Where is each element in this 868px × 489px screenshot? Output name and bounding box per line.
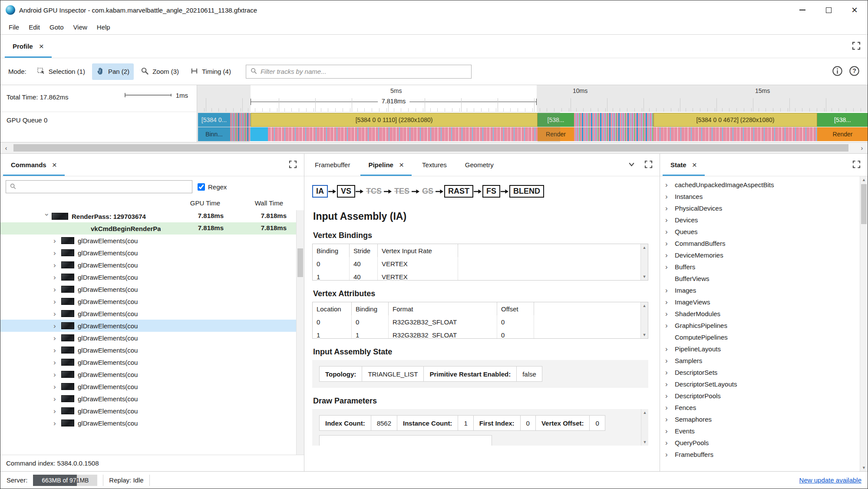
table-row[interactable]: 140VERTEX xyxy=(313,270,640,281)
commands-vscrollbar[interactable] xyxy=(296,210,304,455)
fullscreen-icon[interactable] xyxy=(644,160,653,170)
mode-pan-button[interactable]: Pan (2) xyxy=(92,63,134,80)
scroll-down-icon[interactable]: ▼ xyxy=(860,466,868,470)
tree-chevron-icon[interactable]: › xyxy=(53,347,61,354)
state-item-instances[interactable]: ›Instances xyxy=(660,191,868,202)
scroll-up-icon[interactable]: ▲ xyxy=(860,178,868,182)
tab-commands[interactable]: Commands × xyxy=(3,154,65,176)
command-row[interactable]: ›glDrawElements(cou xyxy=(0,405,304,417)
tab-geometry[interactable]: Geometry xyxy=(457,154,502,176)
tree-chevron-icon[interactable]: › xyxy=(53,371,61,378)
tree-chevron-icon[interactable]: › xyxy=(665,193,675,200)
table-row[interactable]: 00R32G32B32_SFLOAT0 xyxy=(313,315,640,328)
tab-pipeline[interactable]: Pipeline× xyxy=(360,154,412,176)
state-item-imageviews[interactable]: ›ImageViews xyxy=(660,296,868,308)
command-row[interactable]: ›glDrawElements(cou xyxy=(0,247,304,259)
tree-chevron-icon[interactable]: › xyxy=(53,286,61,293)
state-item-images[interactable]: ›Images xyxy=(660,284,868,296)
menu-help[interactable]: Help xyxy=(92,23,115,31)
filter-tracks-input[interactable] xyxy=(261,68,467,75)
menu-file[interactable]: File xyxy=(4,23,24,31)
stage-gs[interactable]: GS xyxy=(420,186,435,197)
tree-chevron-icon[interactable]: › xyxy=(665,228,675,235)
mode-zoom-button[interactable]: Zoom (3) xyxy=(136,63,183,80)
state-item-querypools[interactable]: ›QueryPools xyxy=(660,437,868,449)
tree-chevron-icon[interactable]: › xyxy=(44,213,51,219)
state-item-events[interactable]: ›Events xyxy=(660,425,868,437)
state-item-samplers[interactable]: ›Samplers xyxy=(660,355,868,367)
tree-chevron-icon[interactable]: › xyxy=(665,240,675,247)
state-item-descriptorsets[interactable]: ›DescriptorSets xyxy=(660,367,868,378)
tab-close-icon[interactable]: × xyxy=(692,161,697,169)
commands-search-input[interactable] xyxy=(19,183,188,191)
tree-chevron-icon[interactable]: › xyxy=(53,407,61,415)
tree-chevron-icon[interactable]: › xyxy=(665,310,675,317)
state-item-bufferviews[interactable]: BufferViews xyxy=(660,273,868,284)
timeline-ruler[interactable]: 7.818ms 5ms10ms15ms xyxy=(197,85,868,112)
tree-chevron-icon[interactable]: › xyxy=(665,439,675,446)
scroll-left-icon[interactable]: ‹ xyxy=(0,142,12,153)
gpu-slice[interactable]: [538...Render xyxy=(817,113,868,141)
command-row[interactable]: ›glDrawElements(cou xyxy=(0,235,304,247)
tree-chevron-icon[interactable]: › xyxy=(53,383,61,390)
mode-timing-button[interactable]: Timing (4) xyxy=(186,63,235,80)
menu-edit[interactable]: Edit xyxy=(24,23,45,31)
tree-chevron-icon[interactable]: › xyxy=(665,251,675,259)
command-row[interactable]: ›glDrawElements(cou xyxy=(0,320,304,332)
command-row[interactable]: ›glDrawElements(cou xyxy=(0,307,304,320)
state-item-computepipelines[interactable]: ComputePipelines xyxy=(660,331,868,343)
info-icon[interactable] xyxy=(832,66,843,78)
tree-chevron-icon[interactable]: › xyxy=(53,274,61,281)
tree-chevron-icon[interactable]: › xyxy=(53,310,61,317)
scroll-up-icon[interactable]: ▲ xyxy=(641,410,648,415)
tree-chevron-icon[interactable]: › xyxy=(665,263,675,271)
tree-chevron-icon[interactable]: › xyxy=(665,298,675,306)
gpu-slice[interactable] xyxy=(574,113,653,141)
minimize-button[interactable] xyxy=(789,0,815,20)
menu-goto[interactable]: Goto xyxy=(45,23,69,31)
state-item-queues[interactable]: ›Queues xyxy=(660,226,868,238)
stage-rast[interactable]: RAST xyxy=(444,185,473,198)
table-vscrollbar[interactable]: ▲ ▼ xyxy=(640,244,648,280)
hscroll-track[interactable] xyxy=(12,142,856,153)
tree-chevron-icon[interactable]: › xyxy=(665,380,675,388)
gpu-slice[interactable]: [5384 0 0 1110] (2280x1080) xyxy=(251,113,538,141)
command-row[interactable]: ›glDrawElements(cou xyxy=(0,393,304,405)
state-vscrollbar[interactable]: ▲ ▼ xyxy=(860,176,868,471)
state-item-framebuffers[interactable]: ›Framebuffers xyxy=(660,449,868,460)
tab-framebuffer[interactable]: Framebuffer xyxy=(307,154,358,176)
fullscreen-icon[interactable] xyxy=(289,160,297,170)
tree-chevron-icon[interactable]: › xyxy=(665,451,675,458)
command-row[interactable]: ›glDrawElements(cou xyxy=(0,417,304,429)
tree-chevron-icon[interactable]: › xyxy=(665,345,675,353)
regex-checkbox[interactable] xyxy=(198,183,205,191)
scroll-down-icon[interactable]: ▼ xyxy=(641,440,648,444)
tree-chevron-icon[interactable]: › xyxy=(53,322,61,330)
scroll-down-icon[interactable]: ▼ xyxy=(641,274,648,279)
state-item-commandbuffers[interactable]: ›CommandBuffers xyxy=(660,238,868,249)
state-item-descriptorsetlayouts[interactable]: ›DescriptorSetLayouts xyxy=(660,378,868,390)
tree-chevron-icon[interactable]: › xyxy=(665,322,675,329)
gpu-slice[interactable]: [5384 0 0 4672] (2280x1080) xyxy=(653,113,817,141)
state-item-semaphores[interactable]: ›Semaphores xyxy=(660,413,868,425)
mode-selection-button[interactable]: Selection (1) xyxy=(33,63,89,80)
vscroll-thumb[interactable] xyxy=(861,184,867,224)
command-row[interactable]: ›glDrawElements(cou xyxy=(0,332,304,344)
state-item-physicaldevices[interactable]: ›PhysicalDevices xyxy=(660,202,868,214)
state-item-devicememories[interactable]: ›DeviceMemories xyxy=(660,249,868,261)
tree-chevron-icon[interactable]: › xyxy=(53,420,61,427)
tab-close-icon[interactable]: × xyxy=(39,42,44,50)
command-row[interactable]: ›glDrawElements(cou xyxy=(0,259,304,271)
state-item-fences[interactable]: ›Fences xyxy=(660,402,868,413)
scroll-up-icon[interactable]: ▲ xyxy=(641,304,648,308)
menu-view[interactable]: View xyxy=(69,23,92,31)
scroll-down-icon[interactable]: ▼ xyxy=(641,333,648,337)
tab-profile[interactable]: Profile × xyxy=(5,35,52,58)
stage-vs[interactable]: VS xyxy=(337,185,355,198)
update-link[interactable]: New update available xyxy=(799,476,861,484)
tree-chevron-icon[interactable]: › xyxy=(53,237,61,244)
vscroll-thumb[interactable] xyxy=(297,248,303,277)
tree-chevron-icon[interactable]: › xyxy=(665,404,675,411)
tree-chevron-icon[interactable]: › xyxy=(665,357,675,364)
stage-ia[interactable]: IA xyxy=(312,185,328,198)
